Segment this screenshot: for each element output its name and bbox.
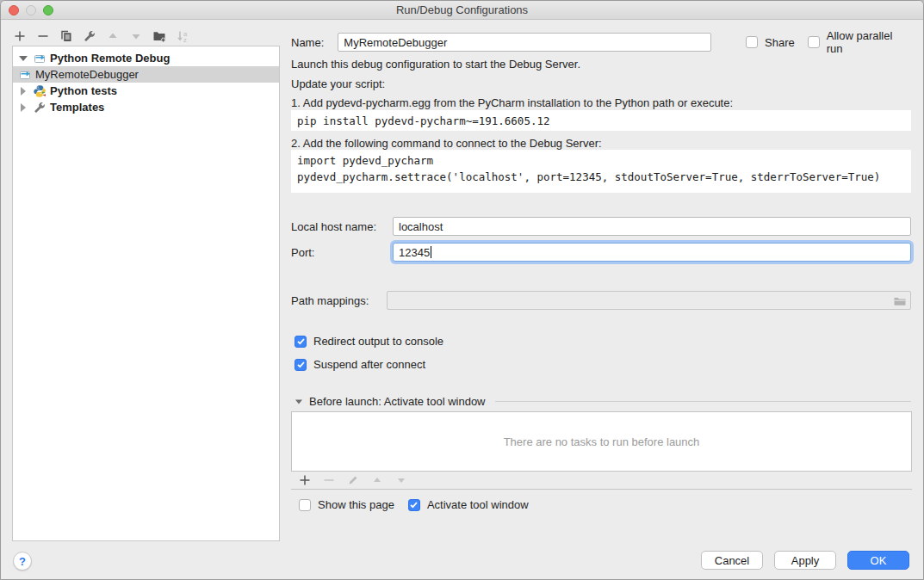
- local-host-name-label: Local host name:: [291, 220, 393, 233]
- tree-item-myremotedebugger[interactable]: MyRemoteDebugger: [13, 66, 279, 83]
- configurations-tree: Python Remote Debug MyRemoteDebugger: [12, 46, 280, 541]
- collapse-arrow-icon[interactable]: [295, 399, 302, 404]
- tree-item-label: Templates: [50, 101, 104, 114]
- pip-install-code: pip install pydevd-pycharm~=191.6605.12: [291, 110, 911, 131]
- add-configuration-icon[interactable]: [13, 29, 27, 43]
- allow-parallel-run-checkbox[interactable]: [808, 36, 820, 48]
- tree-item-label: MyRemoteDebugger: [35, 68, 139, 81]
- ok-button[interactable]: OK: [847, 551, 909, 570]
- apply-button[interactable]: Apply: [774, 551, 836, 570]
- remote-debug-icon: [18, 68, 32, 82]
- instruction-step-1: 1. Add pydevd-pycharm.egg from the PyCha…: [291, 96, 733, 109]
- remove-configuration-icon[interactable]: [36, 29, 50, 43]
- move-down-icon[interactable]: [129, 29, 143, 43]
- browse-folder-icon[interactable]: [893, 294, 907, 308]
- share-checkbox[interactable]: [746, 36, 758, 48]
- path-mappings-input[interactable]: [387, 291, 911, 310]
- close-window-button[interactable]: [9, 5, 19, 15]
- settrace-code-line-1: import pydevd_pycharm: [297, 154, 433, 167]
- instruction-line-2: Update your script:: [291, 77, 385, 90]
- show-this-page-checkbox[interactable]: [299, 499, 311, 511]
- local-host-name-input[interactable]: [393, 217, 911, 236]
- before-launch-toolbar: [291, 472, 912, 490]
- show-this-page-label: Show this page: [318, 498, 394, 511]
- edit-templates-icon[interactable]: [83, 29, 96, 43]
- add-task-icon[interactable]: [298, 473, 312, 487]
- instruction-step-2: 2. Add the following command to connect …: [291, 137, 602, 150]
- redirect-output-label: Redirect output to console: [313, 335, 443, 348]
- configurations-toolbar: a z: [13, 27, 189, 46]
- move-task-down-icon[interactable]: [394, 473, 408, 487]
- redirect-output-checkbox[interactable]: [295, 336, 307, 348]
- text-caret: [431, 246, 431, 258]
- zoom-window-button[interactable]: [43, 5, 53, 15]
- path-mappings-label: Path mappings:: [291, 294, 387, 307]
- copy-configuration-icon[interactable]: [59, 29, 73, 43]
- tree-item-label: Python tests: [50, 84, 117, 97]
- tree-item-templates[interactable]: Templates: [13, 99, 279, 115]
- instruction-line-1: Launch this debug configuration to start…: [291, 58, 580, 71]
- before-launch-section-header[interactable]: Before launch: Activate tool window: [295, 395, 911, 408]
- before-launch-title: Before launch: Activate tool window: [309, 395, 486, 408]
- activate-tool-window-checkbox[interactable]: [408, 499, 420, 511]
- tree-item-python-remote-debug[interactable]: Python Remote Debug: [13, 50, 279, 66]
- collapse-arrow-icon[interactable]: [19, 56, 28, 61]
- remove-task-icon[interactable]: [322, 473, 336, 487]
- share-label: Share: [765, 36, 795, 49]
- help-label: ?: [19, 555, 26, 568]
- name-input[interactable]: [338, 33, 711, 52]
- expand-arrow-icon[interactable]: [19, 87, 28, 96]
- minimize-window-button: [26, 5, 36, 15]
- move-task-up-icon[interactable]: [370, 473, 384, 487]
- port-input[interactable]: 12345: [393, 243, 911, 262]
- svg-text:z: z: [183, 36, 187, 44]
- new-folder-icon[interactable]: [152, 29, 166, 43]
- window-title: Run/Debug Configurations: [396, 3, 528, 16]
- activate-tool-window-label: Activate tool window: [427, 498, 529, 511]
- sort-configurations-icon[interactable]: a z: [176, 29, 189, 43]
- python-tests-icon: [33, 84, 47, 98]
- dialog-buttons: Cancel Apply OK: [701, 551, 909, 570]
- name-label: Name:: [291, 36, 324, 49]
- tree-item-label: Python Remote Debug: [50, 52, 170, 65]
- suspend-after-connect-checkbox[interactable]: [295, 359, 307, 371]
- title-bar: Run/Debug Configurations: [1, 1, 923, 20]
- tree-item-python-tests[interactable]: Python tests: [13, 83, 279, 99]
- help-button[interactable]: ?: [13, 552, 32, 571]
- port-label: Port:: [291, 246, 393, 259]
- configuration-editor: Name: Share Allow parallel run Launch th…: [291, 27, 911, 541]
- settrace-code-line-2: pydevd_pycharm.settrace('localhost', por…: [297, 170, 880, 183]
- expand-arrow-icon[interactable]: [19, 103, 28, 112]
- wrench-icon: [33, 101, 47, 114]
- suspend-after-connect-label: Suspend after connect: [313, 358, 425, 371]
- port-value: 12345: [399, 246, 430, 259]
- allow-parallel-run-label: Allow parallel run: [827, 29, 911, 55]
- section-divider: [495, 401, 911, 402]
- empty-tasks-message: There are no tasks to run before launch: [504, 435, 700, 448]
- cancel-button[interactable]: Cancel: [701, 551, 763, 570]
- before-launch-task-list: There are no tasks to run before launch: [291, 411, 912, 472]
- remote-debug-icon: [33, 52, 47, 65]
- move-up-icon[interactable]: [106, 29, 120, 43]
- edit-task-icon[interactable]: [346, 473, 360, 487]
- run-debug-configurations-dialog: Run/Debug Configurations: [0, 0, 924, 580]
- settrace-code: import pydevd_pycharm pydevd_pycharm.set…: [291, 150, 911, 193]
